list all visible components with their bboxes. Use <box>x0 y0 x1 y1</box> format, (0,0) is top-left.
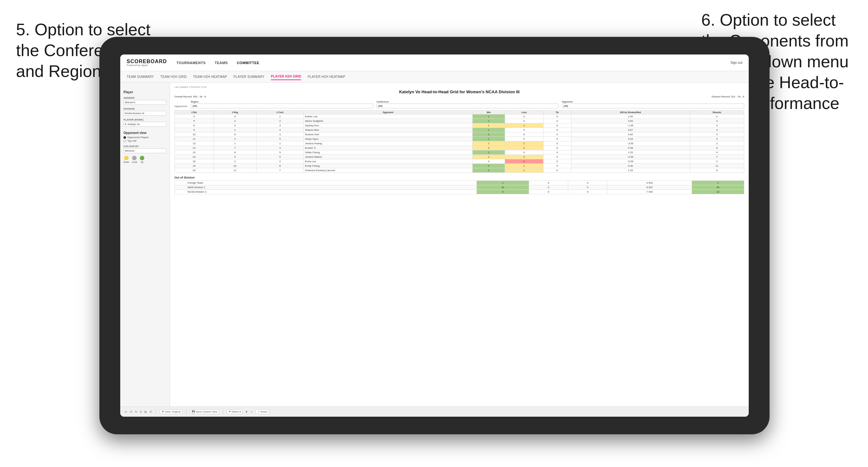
th-loss: Loss <box>505 111 544 115</box>
td-diff: 4.00 <box>571 119 690 123</box>
toolbar-sep-2 <box>186 409 186 414</box>
td-diff: 3.67 <box>571 128 690 132</box>
redo2-icon[interactable]: ↻ <box>135 410 137 413</box>
td-win: 1 <box>472 128 505 132</box>
colour-dot-down <box>124 156 129 160</box>
watch-label: Watch <box>232 410 239 413</box>
td-win: 0 <box>472 159 505 164</box>
colour-label-level: Level <box>132 161 137 163</box>
paste-icon[interactable]: ⊞ <box>144 410 147 413</box>
undo-icon[interactable]: ↩ <box>125 410 127 413</box>
td-tie: 0 <box>543 119 571 123</box>
filter-row: Opponents: Region (All) Conference (All) <box>175 101 744 108</box>
logo-sub: Powered by clippd <box>127 64 167 67</box>
save-custom-label: Save Custom View <box>195 410 217 413</box>
td-loss: 0 <box>505 119 544 123</box>
td-opponent: Euna Lee <box>304 159 473 164</box>
radio-opponents-played[interactable]: Opponents Played <box>123 136 166 139</box>
filter-opponent-select[interactable]: (All) <box>562 103 744 108</box>
td-win: 1 <box>472 123 505 128</box>
export-icon[interactable]: ⬆ <box>245 410 248 413</box>
player-rank-select[interactable]: 8. Katelyn Vo <box>123 122 166 127</box>
td-win: 2 <box>472 146 505 150</box>
subnav-player-h2h-grid[interactable]: PLAYER H2H GRID <box>271 73 302 80</box>
td-conf: 2 <box>256 119 303 123</box>
td-rounds: 3 <box>690 119 744 123</box>
td-conf: 5 <box>256 155 303 159</box>
td-tie: 0 <box>543 128 571 132</box>
ood-tie: 0 <box>568 185 607 190</box>
colour-by-select[interactable]: Win/loss <box>123 148 166 153</box>
td-loss: 2 <box>505 155 544 159</box>
filter-opponent: Opponent (All) <box>562 101 744 108</box>
clock-icon[interactable]: ⏱ <box>149 410 152 413</box>
th-diff: Diff Av Strokes/Rnd <box>571 111 690 115</box>
th-reg: # Reg <box>214 111 256 115</box>
filter-region: Region (All) <box>191 101 373 108</box>
ood-loss: 0 <box>529 181 568 185</box>
colour-item-level: Level <box>132 156 137 163</box>
td-diff: 1.33 <box>571 168 690 173</box>
td-rounds: 7 <box>690 155 744 159</box>
radio-top100[interactable]: Top 100 <box>123 139 166 142</box>
td-diff: 1.25 <box>571 150 690 155</box>
td-loss: 1 <box>505 142 544 146</box>
filter-region-select[interactable]: (All) <box>191 103 373 108</box>
subnav-player-h2h-heatmap[interactable]: PLAYER H2H HEATMAP <box>308 74 345 80</box>
td-loss: 2 <box>505 146 544 150</box>
table-row: 14 7 4 Eunice Yi 2 2 0 0.38 9 <box>175 146 744 150</box>
nav-committee[interactable]: COMMITTEE <box>237 61 259 65</box>
ood-rounds: 10 <box>692 190 744 194</box>
sub-nav: TEAM SUMMARY TEAM H2H GRID TEAM H2H HEAT… <box>120 71 749 83</box>
sign-out[interactable]: Sign out <box>731 61 742 64</box>
share-btn[interactable]: ↗ Share <box>255 409 269 414</box>
td-conf: 2 <box>256 159 303 164</box>
watch-btn[interactable]: 👁 Watch ▾ <box>227 409 243 414</box>
td-opponent: Andrea York <box>304 132 473 137</box>
radio-label-top100: Top 100 <box>127 139 136 142</box>
copy-icon[interactable]: ⎘ <box>140 410 142 413</box>
ood-win: 5 <box>477 190 529 194</box>
filter-conference-select[interactable]: (All) <box>376 103 559 108</box>
td-reg: 2 <box>214 159 256 164</box>
table-row: 6 3 3 Sydney Kuo 1 1 0 -1.00 3 <box>175 123 744 128</box>
td-conf: 4 <box>256 128 303 132</box>
th-opponent: Opponent <box>304 111 473 115</box>
td-win: 1 <box>472 115 505 119</box>
tablet-screen: SCOREBOARD Powered by clippd TOURNAMENTS… <box>120 55 749 417</box>
td-opponent: Jessica Huang <box>304 142 473 146</box>
td-diff: 1.50 <box>571 115 690 119</box>
subnav-team-h2h-grid[interactable]: TEAM H2H GRID <box>160 74 187 80</box>
td-tie: 0 <box>543 146 571 150</box>
records-row: Overall Record: 353 - 34 - 6 Division Re… <box>175 95 744 98</box>
table-row: 11 2 5 Heojo Hyun 1 0 0 3.33 3 <box>175 137 744 142</box>
td-reg: 11 <box>214 168 256 173</box>
td-win: 2 <box>472 168 505 173</box>
td-rounds: 4 <box>690 132 744 137</box>
nav-teams[interactable]: TEAMS <box>215 61 228 65</box>
td-div: 6 <box>175 123 214 128</box>
top-nav: SCOREBOARD Powered by clippd TOURNAMENTS… <box>120 55 749 71</box>
resize-icon[interactable]: ⤢ <box>250 410 253 413</box>
subnav-player-summary[interactable]: PLAYER SUMMARY <box>234 74 265 80</box>
sidebar-division-label: Division <box>123 107 166 110</box>
view-icon: 👁 <box>162 410 164 413</box>
td-opponent: Jessica Mason <box>304 155 473 159</box>
sidebar-opponent-view-label: Opponent view <box>123 131 166 135</box>
subnav-team-h2h-heatmap[interactable]: TEAM H2H HEATMAP <box>193 74 227 80</box>
td-tie: 0 <box>543 155 571 159</box>
td-diff: 0.30 <box>571 164 690 168</box>
data-header: Last Updated: 27/03/2024 14:34 Katelyn V… <box>175 86 744 98</box>
td-win: 1 <box>472 137 505 142</box>
table-row: 5 2 2 Alexis Sudijanto 1 0 0 4.00 3 <box>175 119 744 123</box>
td-reg: 3 <box>214 155 256 159</box>
td-opponent: Eunice Yi <box>304 146 473 150</box>
division-select[interactable]: NCAA Division III <box>123 111 166 116</box>
redo-icon[interactable]: ↺ <box>130 410 132 413</box>
gender-select[interactable]: Women's <box>123 100 166 105</box>
nav-tournaments[interactable]: TOURNAMENTS <box>177 61 206 65</box>
td-loss: 1 <box>505 164 544 168</box>
view-original-btn[interactable]: 👁 View: Original <box>160 409 182 414</box>
save-custom-btn[interactable]: 💾 Save Custom View <box>190 409 219 414</box>
subnav-team-summary[interactable]: TEAM SUMMARY <box>127 74 154 80</box>
